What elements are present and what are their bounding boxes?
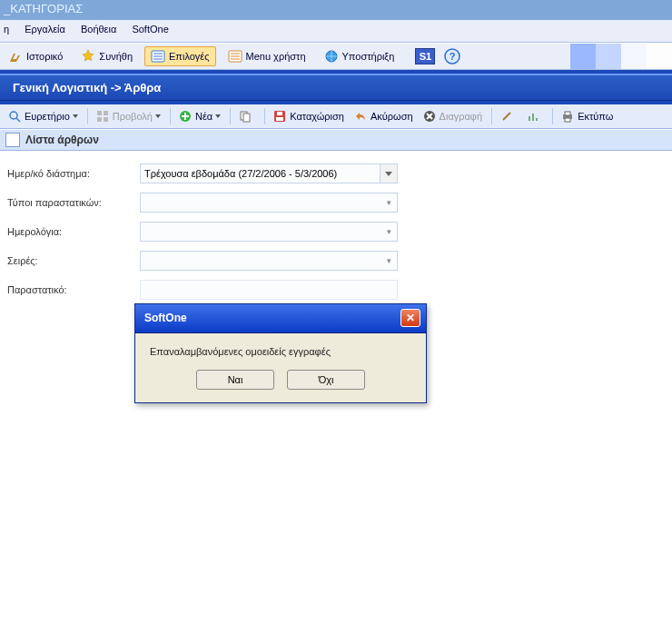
tool2-button[interactable] (522, 108, 547, 124)
menu-item-help[interactable]: Βοήθεια (81, 24, 116, 35)
help-icon[interactable]: ? (444, 48, 460, 64)
dialog-buttons: Ναι Όχι (135, 362, 426, 402)
chevron-down-icon (155, 114, 161, 118)
list-icon (5, 133, 20, 147)
yes-button[interactable]: Ναι (196, 370, 274, 390)
journals-label: Ημερολόγια: (7, 226, 140, 237)
save-icon (272, 109, 287, 124)
print-label: Εκτύπω (578, 111, 613, 122)
svg-rect-14 (104, 111, 108, 115)
copy-button[interactable] (234, 108, 259, 124)
menu-item-0[interactable]: η (4, 24, 9, 35)
options-button[interactable]: Επιλογές (144, 46, 216, 66)
tool1-button[interactable] (496, 108, 520, 124)
series-field[interactable]: ▾ (140, 251, 398, 271)
favorites-button[interactable]: Συνήθη (74, 46, 139, 66)
chevron-down-icon (215, 114, 221, 118)
chart-icon (526, 109, 540, 124)
options-label: Επιλογές (169, 51, 210, 62)
journals-field[interactable]: ▾ (140, 222, 398, 242)
menu-item-tools[interactable]: Εργαλεία (25, 24, 65, 35)
dropdown-button[interactable] (380, 164, 397, 183)
category-bar: _ΚΑΤΗΓΟΡΙΑΣ (0, 0, 672, 20)
dialog-titlebar[interactable]: SoftOne ✕ (135, 304, 426, 333)
confirm-dialog: SoftOne ✕ Επαναλαμβανόμενες ομοειδείς εγ… (134, 303, 427, 403)
close-button[interactable]: ✕ (400, 309, 420, 327)
view-button[interactable]: Προβολή (92, 108, 164, 124)
svg-point-11 (10, 112, 17, 119)
menu-bar: η Εργαλεία Βοήθεια SoftOne (0, 20, 672, 43)
breadcrumb-text: Γενική Λογιστική -> Άρθρα (13, 81, 161, 94)
svg-rect-26 (532, 114, 534, 121)
close-icon: ✕ (406, 312, 415, 323)
svg-rect-15 (97, 117, 102, 122)
s1-button[interactable]: S1 (415, 48, 435, 64)
save-label: Καταχώριση (290, 111, 344, 122)
svg-rect-25 (529, 116, 530, 121)
dialog-body: Επαναλαμβανόμενες ομοειδείς εγγραφές (135, 333, 426, 362)
filter-button[interactable]: ▾ (380, 193, 397, 212)
filter-button[interactable]: ▾ (380, 252, 397, 270)
filter-button[interactable]: ▾ (380, 223, 397, 241)
history-icon (8, 49, 23, 64)
svg-line-24 (503, 113, 510, 120)
chevron-down-icon (73, 114, 78, 118)
svg-line-12 (16, 118, 20, 122)
new-icon (178, 109, 193, 124)
delete-icon (422, 109, 437, 124)
usermenu-label: Menu χρήστη (246, 51, 306, 62)
menu-item-softone[interactable]: SoftOne (132, 24, 168, 35)
new-label: Νέα (195, 111, 212, 122)
document-field[interactable] (140, 280, 398, 300)
filter-icon: ▾ (387, 198, 391, 207)
section-header: Λίστα άρθρων (0, 129, 672, 151)
favorites-label: Συνήθη (99, 51, 133, 62)
history-button[interactable]: Ιστορικό (2, 46, 69, 66)
print-button[interactable]: Εκτύπω (557, 108, 617, 124)
view-label: Προβολή (113, 111, 153, 122)
usermenu-button[interactable]: Menu χρήστη (222, 46, 312, 66)
action-toolbar: Ευρετήριο Προβολή Νέα Καταχώριση Ακύρωση (0, 104, 672, 129)
svg-text:?: ? (450, 51, 456, 62)
s1-label: S1 (420, 51, 431, 62)
index-label: Ευρετήριο (25, 111, 70, 122)
breadcrumb: Γενική Λογιστική -> Άρθρα (0, 74, 672, 101)
svg-rect-19 (243, 114, 250, 122)
svg-rect-30 (565, 118, 570, 122)
filter-icon: ▾ (387, 227, 391, 236)
save-button[interactable]: Καταχώριση (269, 108, 348, 124)
dialog-title: SoftOne (144, 312, 187, 324)
filter-form: Ημερ/κό διάστημα: Τρέχουσα εβδομάδα (27/… (0, 151, 672, 322)
document-label: Παραστατικό: (7, 284, 140, 295)
new-button[interactable]: Νέα (174, 108, 224, 124)
no-button[interactable]: Όχι (287, 370, 365, 390)
index-button[interactable]: Ευρετήριο (4, 108, 82, 124)
date-range-field[interactable]: Τρέχουσα εβδομάδα (27/2/2006 - 5/3/2006) (140, 163, 398, 183)
support-label: Υποστήριξη (342, 51, 395, 62)
dialog-message: Επαναλαμβανόμενες ομοειδείς εγγραφές (150, 346, 331, 357)
cancel-label: Ακύρωση (371, 111, 413, 122)
copy-icon (238, 109, 252, 124)
usermenu-icon (228, 49, 242, 64)
category-text: _ΚΑΤΗΓΟΡΙΑΣ (4, 2, 83, 15)
breadcrumb-wrap: Γενική Λογιστική -> Άρθρα (0, 70, 672, 104)
cancel-button[interactable]: Ακύρωση (350, 108, 417, 124)
decor-strip (570, 44, 672, 69)
doc-types-field[interactable]: ▾ (140, 193, 398, 213)
history-label: Ιστορικό (26, 51, 63, 62)
undo-icon (353, 109, 368, 124)
svg-rect-29 (565, 112, 570, 115)
grid-icon (95, 109, 110, 124)
series-label: Σειρές: (7, 255, 140, 266)
support-button[interactable]: Υποστήριξη (318, 46, 401, 66)
wand-icon (499, 109, 514, 124)
star-icon (81, 49, 95, 64)
delete-button[interactable]: Διαγραφή (419, 108, 487, 124)
printer-icon (560, 109, 575, 124)
filter-icon: ▾ (387, 256, 391, 265)
date-range-value: Τρέχουσα εβδομάδα (27/2/2006 - 5/3/2006) (144, 168, 337, 179)
section-title: Λίστα άρθρων (25, 134, 99, 146)
doc-types-label: Τύποι παραστατικών: (7, 197, 140, 208)
index-icon (7, 109, 22, 124)
svg-rect-21 (276, 117, 283, 121)
